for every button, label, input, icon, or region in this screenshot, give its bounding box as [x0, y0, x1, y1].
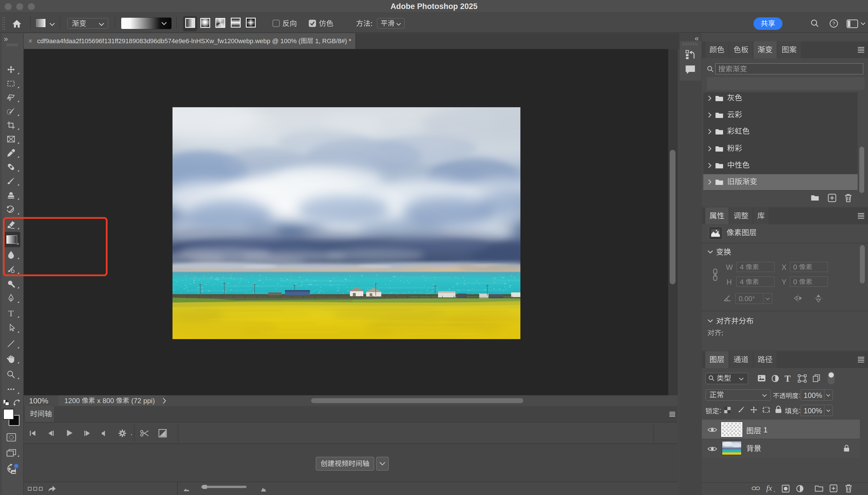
svg-text:?: ? — [832, 21, 835, 27]
svg-text:T: T — [8, 308, 14, 318]
